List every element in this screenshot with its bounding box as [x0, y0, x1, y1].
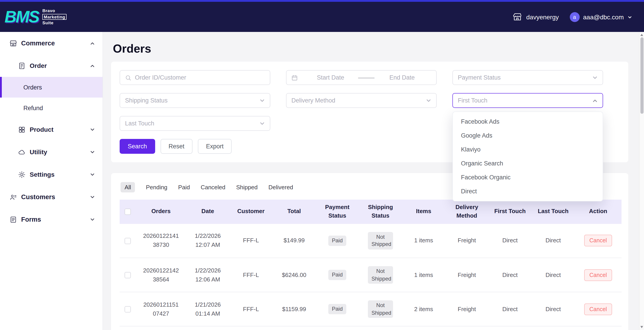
- chevron-up-icon: [90, 63, 95, 68]
- sidebar-item-label: Refund: [24, 104, 43, 111]
- last-touch-select[interactable]: Last Touch: [120, 116, 270, 131]
- scrollbar-thumb[interactable]: [640, 37, 644, 114]
- first-touch-placeholder: First Touch: [458, 97, 589, 104]
- order-search-input[interactable]: [135, 74, 265, 81]
- sidebar-item-forms[interactable]: Forms: [0, 208, 102, 231]
- export-button[interactable]: Export: [198, 139, 232, 154]
- items-cell: 1 items: [402, 258, 445, 292]
- dropdown-option-google-ads[interactable]: Google Ads: [453, 128, 603, 142]
- first-touch-select[interactable]: First Touch: [452, 93, 603, 108]
- column-header: Action: [575, 200, 622, 224]
- payment-status-badge: Paid: [328, 270, 346, 280]
- cancel-order-button[interactable]: Cancel: [584, 303, 612, 315]
- scroll-up-icon[interactable]: [640, 34, 643, 36]
- shipping-status-placeholder: Shipping Status: [125, 97, 256, 104]
- tab-delivered[interactable]: Delivered: [268, 182, 293, 192]
- column-header: Last Touch: [532, 200, 575, 224]
- dropdown-option-facebook-ads[interactable]: Facebook Ads: [453, 115, 603, 128]
- vertical-scrollbar[interactable]: [639, 32, 644, 330]
- sidebar-item-customers[interactable]: Customers: [0, 186, 102, 208]
- scroll-down-icon[interactable]: [640, 326, 643, 328]
- end-date-input[interactable]: [373, 74, 431, 81]
- chevron-down-icon: [592, 75, 598, 80]
- column-header: Payment Status: [316, 200, 359, 224]
- payment-status-cell: Paid: [316, 258, 359, 292]
- chevron-down-icon: [260, 121, 265, 126]
- payment-status-badge: Paid: [328, 236, 346, 246]
- chevron-down-icon: [426, 98, 431, 103]
- calendar-icon: [292, 74, 298, 81]
- table-row: 2026012214138730 1/22/2026 12:07 AM FFF-…: [120, 224, 622, 258]
- tab-canceled[interactable]: Canceled: [200, 182, 225, 192]
- total-cell: $149.99: [272, 224, 316, 258]
- reset-button[interactable]: Reset: [160, 139, 193, 154]
- order-id: 2026012214238564: [142, 266, 180, 284]
- order-date: 1/21/2026 01:14 AM: [193, 300, 222, 318]
- start-date-input[interactable]: [301, 74, 360, 81]
- total-cell: $6246.00: [272, 258, 316, 292]
- forms-icon: [10, 216, 17, 223]
- row-checkbox[interactable]: [124, 306, 131, 312]
- sidebar-item-label: Utility: [30, 148, 47, 156]
- action-cell: Cancel: [575, 258, 622, 292]
- cancel-order-button[interactable]: Cancel: [584, 269, 612, 281]
- sidebar-item-order[interactable]: Order: [0, 54, 102, 77]
- order-id-cell: 2026012214238564: [136, 258, 186, 292]
- cancel-order-button[interactable]: Cancel: [584, 235, 612, 246]
- sidebar-item-settings[interactable]: Settings: [0, 163, 102, 186]
- dropdown-option-klaviyo[interactable]: Klaviyo: [453, 142, 603, 156]
- sidebar-item-label: Customers: [21, 193, 55, 200]
- tab-all[interactable]: All: [120, 182, 135, 192]
- app-root: BMS Bravo Marketing Suite davyenergy a a…: [0, 0, 644, 330]
- account-menu[interactable]: a aaa@dbc.com: [570, 12, 632, 22]
- column-header: Total: [272, 200, 316, 224]
- date-cell: 1/22/2026 12:07 AM: [186, 224, 229, 258]
- dropdown-option-direct[interactable]: Direct: [453, 184, 603, 198]
- page-title: Orders: [113, 42, 628, 56]
- tab-pending[interactable]: Pending: [146, 182, 167, 192]
- date-range-picker[interactable]: —: [286, 70, 437, 85]
- sidebar-item-commerce[interactable]: Commerce: [0, 32, 102, 54]
- store-switcher[interactable]: davyenergy: [513, 12, 559, 22]
- tab-shipped[interactable]: Shipped: [236, 182, 258, 192]
- select-all-checkbox[interactable]: [124, 208, 131, 215]
- column-header: Customer: [229, 200, 272, 224]
- tab-paid[interactable]: Paid: [178, 182, 190, 192]
- order-icon: [18, 62, 26, 70]
- order-search-field[interactable]: [120, 70, 270, 85]
- sidebar-item-orders[interactable]: Orders: [0, 77, 102, 98]
- chevron-down-icon: [260, 98, 265, 103]
- items-cell: 2 items: [402, 292, 445, 326]
- delivery-method-placeholder: Delivery Method: [292, 97, 422, 104]
- search-button[interactable]: Search: [120, 139, 155, 154]
- chevron-down-icon: [90, 194, 95, 200]
- delivery-method-select[interactable]: Delivery Method: [286, 93, 437, 108]
- last-touch-cell: Direct: [532, 224, 575, 258]
- column-header: Date: [186, 200, 229, 224]
- sidebar-item-refund[interactable]: Refund: [0, 98, 102, 118]
- sidebar-item-utility[interactable]: Utility: [0, 141, 102, 163]
- store-name: davyenergy: [526, 13, 559, 20]
- row-checkbox[interactable]: [124, 272, 131, 278]
- shipping-status-badge: Not Shipped: [368, 300, 393, 318]
- account-email: aaa@dbc.com: [583, 13, 624, 20]
- last-touch-cell: Direct: [532, 258, 575, 292]
- chevron-down-icon: [90, 172, 95, 177]
- payment-status-select[interactable]: Payment Status: [452, 70, 603, 85]
- order-date: 1/22/2026 12:06 AM: [193, 266, 222, 284]
- delivery-method-cell: Freight: [445, 292, 488, 326]
- order-id: 2026012214138730: [142, 232, 180, 250]
- delivery-method-cell: Freight: [445, 224, 488, 258]
- sidebar-item-label: Order: [30, 62, 47, 69]
- date-range-separator: —: [358, 74, 374, 81]
- dropdown-option-facebook-organic[interactable]: Facebook Organic: [453, 170, 603, 184]
- row-checkbox[interactable]: [124, 238, 131, 244]
- dropdown-option-organic-search[interactable]: Organic Search: [453, 156, 603, 170]
- brand-line-1: Bravo: [42, 8, 55, 14]
- order-date: 1/22/2026 12:07 AM: [193, 232, 222, 250]
- sidebar-item-label: Product: [30, 126, 54, 133]
- shipping-status-select[interactable]: Shipping Status: [120, 93, 270, 108]
- sidebar-item-product[interactable]: Product: [0, 118, 102, 141]
- header-right: davyenergy a aaa@dbc.com: [513, 12, 632, 22]
- row-select-cell: [120, 258, 136, 292]
